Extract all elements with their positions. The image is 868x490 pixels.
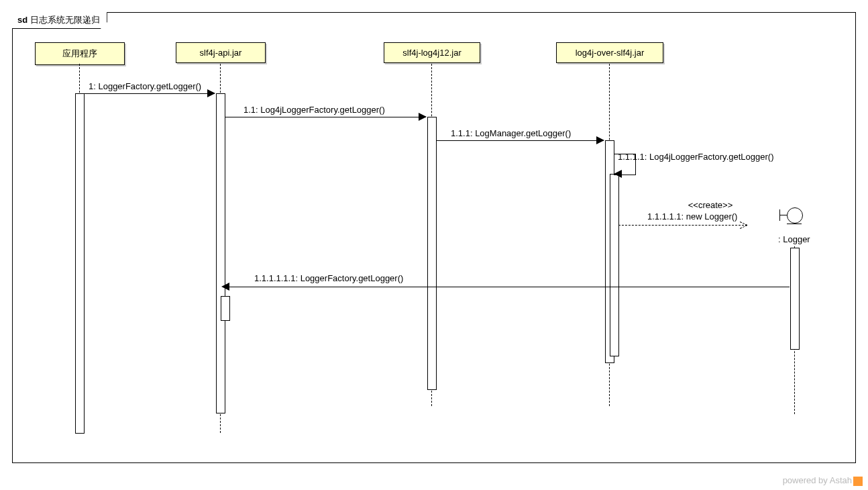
message-label-1111: 1.1.1.1: Log4jLoggerFactory.getLogger(): [618, 152, 773, 162]
message-label-1: 1: LoggerFactory.getLogger(): [89, 81, 201, 91]
arrow-head-111: [596, 136, 604, 144]
arrow-head-11: [419, 113, 427, 121]
activation-app: [75, 93, 85, 434]
diagram-title-tab: sd 日志系统无限递归: [12, 12, 107, 29]
participant-slf4j-log4j12: slf4j-log4j12.jar: [384, 42, 480, 63]
logger-label: : Logger: [778, 234, 810, 244]
activation-slf4j-api: [216, 93, 225, 413]
astah-icon: [853, 477, 863, 486]
logger-boundary-stem: [779, 209, 780, 221]
arrow-head-111111: [221, 283, 229, 291]
message-label-111: 1.1.1: LogManager.getLogger(): [451, 128, 571, 138]
create-stereotype: <<create>>: [684, 200, 737, 210]
logger-boundary-base: [787, 224, 802, 224]
watermark: powered by Astah: [783, 475, 863, 486]
activation-log4j-over-slf4j-nested: [610, 174, 619, 356]
watermark-text: powered by Astah: [783, 475, 852, 485]
arrow-head-1: [207, 89, 215, 97]
diagram-title-prefix: sd: [17, 15, 28, 25]
message-label-111111: 1.1.1.1.1.1: LoggerFactory.getLogger(): [254, 273, 403, 283]
message-label-11111: 1.1.1.1.1: new Logger(): [647, 211, 737, 222]
logger-boundary-connector: [779, 215, 787, 215]
activation-logger: [790, 248, 800, 350]
diagram-title: 日志系统无限递归: [30, 15, 100, 25]
message-arrow-111: [436, 140, 604, 141]
message-label-11: 1.1: Log4jLoggerFactory.getLogger(): [243, 105, 385, 115]
participant-app: 应用程序: [35, 42, 125, 65]
activation-slf4j-log4j12: [427, 117, 437, 390]
sequence-diagram-frame: sd 日志系统无限递归 应用程序 slf4j-api.jar slf4j-log…: [12, 12, 856, 463]
participant-slf4j-api: slf4j-api.jar: [176, 42, 266, 63]
message-arrow-1: [84, 93, 215, 94]
self-call-arrow-1111: [614, 170, 622, 178]
message-arrow-11111: [618, 225, 747, 226]
arrow-open-11111: [739, 221, 747, 229]
logger-boundary-head: [787, 207, 803, 224]
message-arrow-111111: [229, 287, 790, 287]
activation-slf4j-api-nested: [221, 296, 230, 321]
participant-log4j-over-slf4j: log4j-over-slf4j.jar: [556, 42, 663, 63]
message-arrow-11: [225, 117, 426, 117]
